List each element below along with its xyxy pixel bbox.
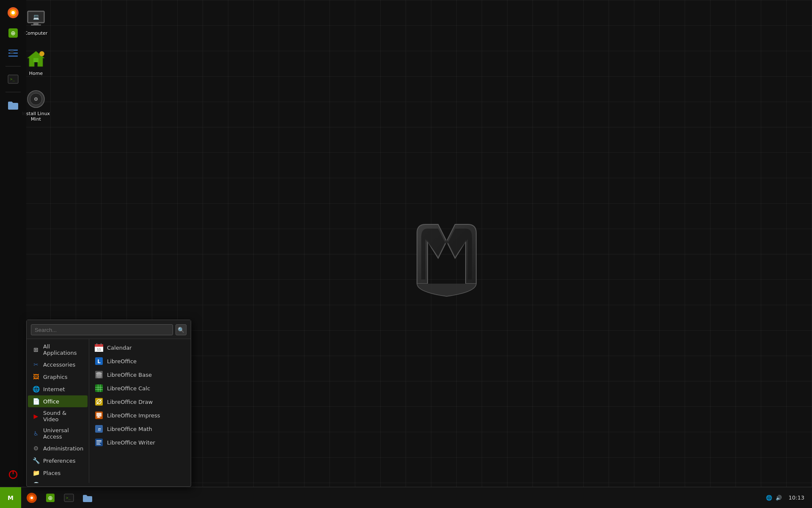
lo-impress-label: LibreOffice Impress: [107, 412, 160, 419]
category-office-label: Office: [43, 398, 59, 405]
lo-base-label: LibreOffice Base: [107, 372, 152, 378]
install-icon: [26, 89, 46, 109]
lo-impress-icon: [94, 411, 104, 420]
all-applications-icon: ⊞: [32, 346, 40, 353]
desktop: 💻 Computer Home Install Linux Mint: [0, 0, 812, 508]
menu-apps: 11 Calendar L LibreOffice: [89, 339, 191, 483]
launcher-separator2: [5, 92, 21, 92]
svg-text:⊕: ⊕: [48, 494, 53, 501]
side-launcher: ⊕ >_: [0, 0, 26, 487]
accessories-icon: ✂: [32, 361, 40, 368]
graphics-icon: 🖼: [32, 373, 40, 381]
launcher-software[interactable]: ⊕: [4, 24, 22, 42]
svg-text:>_: >_: [66, 496, 71, 500]
app-lo-calc[interactable]: LibreOffice Calc: [89, 381, 191, 395]
taskbar-tray: 🌐 🔊 10:13: [762, 494, 812, 501]
svg-point-7: [39, 51, 44, 56]
category-administration-label: Administration: [43, 445, 83, 452]
app-libreoffice[interactable]: L LibreOffice: [89, 354, 191, 368]
svg-rect-6: [33, 58, 38, 62]
category-administration[interactable]: ⚙ Administration: [28, 442, 88, 454]
taskbar: M ⊕ >_: [0, 487, 812, 508]
taskbar-apps: ⊕ >_: [21, 489, 762, 507]
launcher-separator: [5, 66, 21, 66]
category-universal-access[interactable]: ♿ Universal Access: [28, 425, 88, 442]
category-internet-label: Internet: [43, 386, 65, 392]
taskbar-start-button[interactable]: M: [0, 487, 21, 508]
administration-icon: ⚙: [32, 444, 40, 452]
category-universal-access-label: Universal Access: [43, 427, 83, 440]
mint-logo: [400, 207, 493, 301]
computer-icon: 💻: [26, 8, 46, 29]
lo-base-icon: [94, 370, 104, 379]
launcher-terminal[interactable]: >_: [4, 70, 22, 88]
svg-text:⊕: ⊕: [11, 30, 16, 36]
app-calendar[interactable]: 11 Calendar: [89, 341, 191, 354]
preferences-icon: 🔧: [32, 457, 40, 464]
menu-search-bar: 🔍: [27, 320, 191, 339]
app-lo-impress[interactable]: LibreOffice Impress: [89, 409, 191, 422]
app-lo-draw[interactable]: LibreOffice Draw: [89, 395, 191, 409]
lo-writer-label: LibreOffice Writer: [107, 439, 155, 446]
svg-rect-38: [95, 384, 103, 392]
taskbar-app-folder[interactable]: [79, 489, 96, 507]
category-recent-files[interactable]: 🕐 Recent Files: [28, 479, 88, 483]
svg-point-11: [35, 98, 37, 100]
svg-rect-51: [95, 439, 103, 446]
menu-search-button[interactable]: 🔍: [176, 324, 187, 335]
svg-rect-2: [33, 23, 38, 25]
lo-calc-icon: [94, 384, 104, 393]
lo-calc-label: LibreOffice Calc: [107, 385, 150, 392]
volume-icon[interactable]: 🔊: [776, 495, 782, 501]
menu-categories: ⊞ All Applications ✂ Accessories 🖼 Graph…: [27, 339, 89, 483]
places-icon: 📁: [32, 469, 40, 477]
libreoffice-label: LibreOffice: [107, 358, 137, 364]
svg-text:M: M: [8, 494, 14, 501]
svg-text:L: L: [97, 359, 101, 364]
sound-video-icon: ▶: [32, 412, 40, 420]
taskbar-app-mint[interactable]: [23, 489, 41, 507]
category-accessories[interactable]: ✂ Accessories: [28, 359, 88, 370]
launcher-folder[interactable]: [4, 96, 22, 114]
app-lo-writer[interactable]: LibreOffice Writer: [89, 436, 191, 449]
network-icon[interactable]: 🌐: [766, 495, 772, 501]
taskbar-app-software[interactable]: ⊕: [41, 489, 59, 507]
category-sound-video[interactable]: ▶ Sound & Video: [28, 408, 88, 425]
category-preferences[interactable]: 🔧 Preferences: [28, 455, 88, 467]
launcher-tasks[interactable]: [4, 44, 22, 63]
libreoffice-icon: L: [94, 356, 104, 366]
category-all-applications[interactable]: ⊞ All Applications: [28, 341, 88, 358]
svg-rect-28: [95, 346, 103, 347]
lo-draw-icon: [94, 397, 104, 406]
svg-text:11: 11: [97, 348, 101, 351]
svg-rect-19: [8, 55, 18, 57]
home-icon: [26, 49, 46, 69]
app-lo-math[interactable]: π LibreOffice Math: [89, 422, 191, 436]
app-lo-base[interactable]: LibreOffice Base: [89, 368, 191, 381]
svg-point-60: [30, 497, 33, 499]
taskbar-app-terminal[interactable]: >_: [60, 489, 78, 507]
category-internet[interactable]: 🌐 Internet: [28, 383, 88, 395]
category-graphics[interactable]: 🖼 Graphics: [28, 371, 88, 383]
menu-popup: 🔍 ⊞ All Applications ✂ Accessories 🖼 Gra…: [26, 320, 191, 487]
lo-writer-icon: [94, 438, 104, 447]
internet-icon: 🌐: [32, 385, 40, 393]
svg-text:💻: 💻: [33, 14, 39, 20]
lo-math-icon: π: [94, 424, 104, 433]
category-accessories-label: Accessories: [43, 362, 75, 368]
launcher-firefox[interactable]: [4, 3, 22, 22]
category-preferences-label: Preferences: [43, 458, 75, 464]
category-office[interactable]: 📄 Office: [28, 395, 88, 407]
calendar-label: Calendar: [107, 345, 132, 351]
office-icon: 📄: [32, 398, 40, 405]
menu-search-input[interactable]: [31, 324, 173, 335]
svg-rect-20: [10, 50, 14, 53]
recent-files-icon: 🕐: [32, 481, 40, 483]
category-recent-files-label: Recent Files: [43, 482, 76, 483]
svg-point-37: [96, 375, 102, 378]
home-label: Home: [29, 71, 43, 76]
category-places[interactable]: 📁 Places: [28, 467, 88, 479]
category-places-label: Places: [43, 470, 60, 476]
launcher-power[interactable]: [4, 465, 22, 483]
category-all-label: All Applications: [43, 343, 83, 356]
